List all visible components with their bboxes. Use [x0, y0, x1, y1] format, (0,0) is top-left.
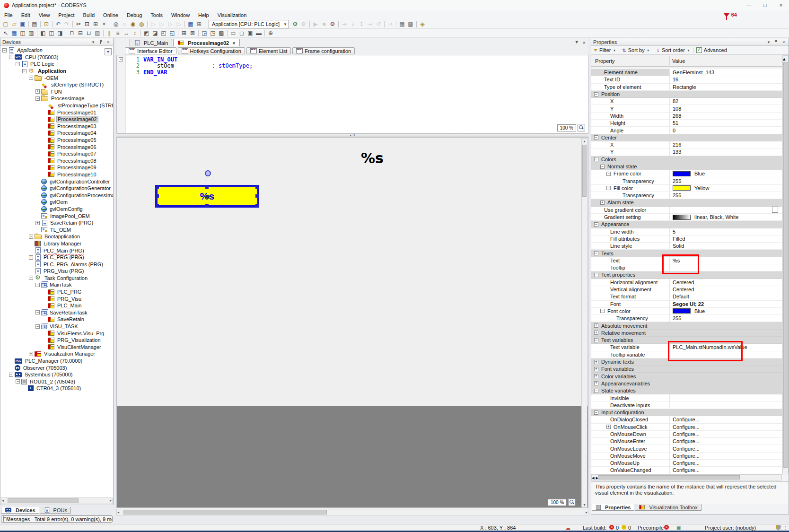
- resize-handle-nw[interactable]: [156, 185, 159, 189]
- tree-item-gvlconfigurationcontroller[interactable]: gvlConfigurationController: [0, 178, 113, 185]
- property-group-alarm-state[interactable]: +Alarm state: [591, 199, 782, 206]
- tree-item-saveretain[interactable]: SaveRetain: [0, 316, 113, 323]
- view-tab-hotkeys-configuration[interactable]: Hotkeys Configuration: [178, 47, 245, 54]
- bring-to-front-icon[interactable]: ◩: [142, 29, 151, 37]
- find-next-icon[interactable]: ◉: [129, 20, 137, 28]
- doc-tab-plc_main[interactable]: PLC_Main: [130, 39, 172, 46]
- bookmark-toggle-icon[interactable]: ▷: [149, 20, 158, 28]
- tree-item-visu-task[interactable]: −VISU_TASK: [0, 323, 113, 330]
- align-left-icon[interactable]: ◧: [39, 29, 47, 37]
- collapse-icon[interactable]: −: [594, 92, 598, 96]
- tree-item-processimage05[interactable]: ProcessImage05: [0, 137, 113, 144]
- tree-item-plc-main[interactable]: PLC_Main: [0, 302, 113, 309]
- tree-item-plc-logic[interactable]: −PLC Logic: [0, 61, 113, 68]
- tree-item-task-configuration[interactable]: −Task Configuration: [0, 275, 113, 282]
- tree-item-stprocimagetype-struct-[interactable]: stProcImageType (STRUCT): [0, 102, 113, 109]
- fold-collapse-icon[interactable]: −: [119, 57, 123, 61]
- resize-handle-s[interactable]: [205, 204, 209, 207]
- property-value-cell[interactable]: %s: [669, 257, 782, 264]
- menu-item-debug[interactable]: Debug: [123, 11, 146, 19]
- devices-horizontal-scrollbar[interactable]: ◂ ▸: [1, 497, 113, 504]
- paste-icon[interactable]: ⊞: [91, 20, 100, 28]
- editor-splitter[interactable]: ▲ ▼: [116, 133, 588, 137]
- property-row-onmouseclick[interactable]: +OnMouseClickConfigure...: [591, 424, 782, 431]
- generate-code-icon[interactable]: ⊞: [195, 20, 203, 28]
- property-value-cell[interactable]: [669, 134, 782, 141]
- property-value-cell[interactable]: Blue: [669, 170, 782, 177]
- tree-item-processimage10[interactable]: ProcessImage10: [0, 171, 113, 178]
- devices-close-icon[interactable]: ×: [105, 40, 111, 44]
- property-row-invisible[interactable]: Invisible: [591, 394, 782, 401]
- collapse-icon[interactable]: −: [35, 283, 40, 287]
- tree-item-processimage09[interactable]: ProcessImage09: [0, 164, 113, 171]
- collapse-icon[interactable]: −: [594, 273, 598, 277]
- collapse-icon[interactable]: −: [594, 157, 598, 161]
- tree-item-systembus-705000-[interactable]: −Systembus (705000): [0, 371, 113, 378]
- property-value-cell[interactable]: [669, 373, 782, 379]
- align-middle-icon[interactable]: ⊟: [76, 29, 85, 37]
- expand-icon[interactable]: +: [594, 367, 598, 371]
- flow-control-icon[interactable]: ⇒: [386, 20, 394, 28]
- tree-item-rou01-2-705043-[interactable]: −ROU01_2 (705043): [0, 378, 113, 385]
- device-tree-combo-button[interactable]: ▼: [105, 48, 112, 55]
- properties-close-icon[interactable]: ×: [781, 40, 787, 44]
- tree-item-processimage01[interactable]: ProcessImage01: [0, 109, 113, 116]
- property-value-cell[interactable]: [669, 358, 782, 365]
- active-application-combo[interactable]: Application [CPU: PLC Logic]▼: [209, 20, 289, 28]
- property-value-cell[interactable]: [669, 351, 782, 358]
- property-row-text[interactable]: Text%s: [591, 257, 782, 264]
- property-row-onmouseup[interactable]: OnMouseUpConfigure...: [591, 460, 782, 467]
- tree-item-prg-visu[interactable]: PRG_Visu: [0, 295, 113, 302]
- tree-item-plc-prg[interactable]: PLC_PRG: [0, 288, 113, 296]
- expand-icon[interactable]: +: [594, 360, 598, 364]
- property-row-x[interactable]: X216: [591, 141, 782, 148]
- logout-icon[interactable]: ⚙: [299, 20, 308, 28]
- align-right-icon[interactable]: ◨: [56, 29, 64, 37]
- tree-item-processimage04[interactable]: ProcessImage04: [0, 130, 113, 137]
- collapse-icon[interactable]: −: [600, 309, 605, 313]
- property-value-cell[interactable]: [669, 337, 782, 343]
- same-height-icon[interactable]: ↕: [131, 29, 139, 37]
- tree-item-gvlconfigurationprocessimage[interactable]: gvlConfigurationProcessImage: [0, 192, 113, 199]
- tree-item-processimage08[interactable]: ProcessImage08: [0, 157, 113, 165]
- property-value-cell[interactable]: Rectangle: [669, 84, 782, 90]
- property-row-line-width[interactable]: Line width5: [591, 228, 782, 235]
- run-to-cursor-icon[interactable]: ⇢: [366, 20, 374, 28]
- tree-item-gvloem[interactable]: gvlOem: [0, 199, 113, 206]
- message-filter-badge[interactable]: 64: [723, 12, 737, 17]
- property-row-ondialogclosed[interactable]: OnDialogClosedConfigure...: [591, 416, 782, 423]
- property-value-cell[interactable]: PLC_Main.stNumpadIn.wsValue: [669, 344, 782, 350]
- build-icon[interactable]: ▦: [186, 20, 195, 28]
- property-row-fill-attributes[interactable]: Fill attributesFilled: [591, 235, 782, 243]
- expand-icon[interactable]: +: [29, 235, 33, 239]
- property-group-colors[interactable]: −Colors: [591, 156, 782, 163]
- property-row-tooltip-variable[interactable]: Tooltip variable: [591, 351, 782, 358]
- property-group-color-variables[interactable]: +Color variables: [591, 373, 782, 380]
- property-value-cell[interactable]: [669, 156, 782, 163]
- tree-item-fun[interactable]: +FUN: [0, 88, 113, 96]
- delete-icon[interactable]: ×: [100, 20, 108, 28]
- tab-properties[interactable]: Properties: [592, 504, 634, 511]
- frame-selection-icon[interactable]: ◫: [18, 29, 27, 37]
- property-row-onmousemove[interactable]: OnMouseMoveConfigure...: [591, 453, 782, 460]
- property-value-cell[interactable]: 108: [669, 105, 782, 112]
- filter-button[interactable]: Filter: [599, 47, 611, 53]
- value-checkbox[interactable]: [772, 207, 778, 213]
- tree-item-maintask[interactable]: −MainTask: [0, 281, 113, 288]
- bookmark-clear-icon[interactable]: ▷: [175, 20, 183, 28]
- tree-item-stoemtype-struct-[interactable]: stOemType (STRUCT): [0, 81, 113, 88]
- property-row-angle[interactable]: Angle0: [591, 127, 782, 134]
- collapse-icon[interactable]: −: [594, 135, 598, 140]
- online-config-icon[interactable]: ⚙: [328, 20, 337, 28]
- tree-item-application[interactable]: −Application: [0, 68, 113, 75]
- code-line[interactable]: 2 stOem : stOemType;: [125, 62, 587, 69]
- interface-editor-pane[interactable]: − 1VAR_IN_OUT2 stOem : stOemType;3END_VA…: [116, 55, 588, 133]
- visu-element-repository-icon[interactable]: ▦: [10, 29, 18, 37]
- view-tab-element-list[interactable]: Element List: [246, 47, 291, 54]
- property-row-transparency[interactable]: Transparency255: [591, 177, 782, 184]
- property-group-input-configuration[interactable]: −Input configuration: [591, 409, 782, 416]
- properties-vertical-scrollbar[interactable]: ▴ ▾: [782, 55, 789, 474]
- property-value-cell[interactable]: 82: [669, 98, 782, 105]
- collapse-icon[interactable]: −: [594, 410, 598, 415]
- property-value-cell[interactable]: Default: [669, 293, 782, 300]
